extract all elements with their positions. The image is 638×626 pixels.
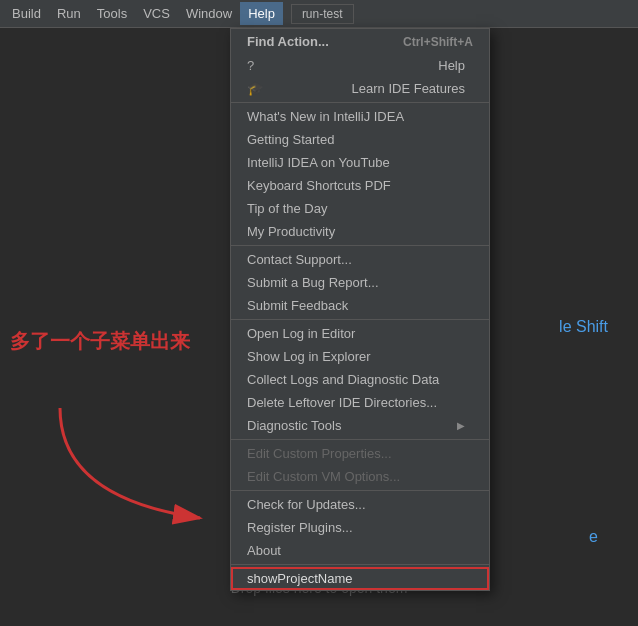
- menu-item-show-log[interactable]: Show Log in Explorer: [231, 345, 489, 368]
- menu-item-diagnostic-tools[interactable]: Diagnostic Tools ▶: [231, 414, 489, 437]
- menu-item-keyboard-pdf[interactable]: Keyboard Shortcuts PDF: [231, 174, 489, 197]
- menu-item-check-updates[interactable]: Check for Updates...: [231, 493, 489, 516]
- check-updates-label: Check for Updates...: [247, 497, 366, 512]
- edit-custom-vm-label: Edit Custom VM Options...: [247, 469, 400, 484]
- menu-item-delete-leftover[interactable]: Delete Leftover IDE Directories...: [231, 391, 489, 414]
- diagnostic-tools-label: Diagnostic Tools: [247, 418, 341, 433]
- menubar-tools[interactable]: Tools: [89, 2, 135, 25]
- menu-item-contact-support[interactable]: Contact Support...: [231, 248, 489, 271]
- learn-ide-label: Learn IDE Features: [352, 81, 465, 96]
- separator-3: [231, 319, 489, 320]
- menu-item-show-project-name[interactable]: showProjectName: [231, 567, 489, 590]
- menu-item-getting-started[interactable]: Getting Started: [231, 128, 489, 151]
- collect-logs-label: Collect Logs and Diagnostic Data: [247, 372, 439, 387]
- menu-item-about[interactable]: About: [231, 539, 489, 562]
- edit-custom-props-label: Edit Custom Properties...: [247, 446, 392, 461]
- separator-1: [231, 102, 489, 103]
- arrow-container: [30, 398, 230, 541]
- separator-6: [231, 564, 489, 565]
- menu-item-submit-feedback[interactable]: Submit Feedback: [231, 294, 489, 317]
- show-project-name-label: showProjectName: [247, 571, 353, 586]
- whats-new-label: What's New in IntelliJ IDEA: [247, 109, 404, 124]
- submit-bug-label: Submit a Bug Report...: [247, 275, 379, 290]
- show-project-name-wrapper: showProjectName: [231, 567, 489, 590]
- register-plugins-label: Register Plugins...: [247, 520, 353, 535]
- show-log-label: Show Log in Explorer: [247, 349, 371, 364]
- menubar-vcs[interactable]: VCS: [135, 2, 178, 25]
- find-action-shortcut: Ctrl+Shift+A: [403, 35, 473, 49]
- submit-feedback-label: Submit Feedback: [247, 298, 348, 313]
- menubar: Build Run Tools VCS Window Help run-test: [0, 0, 638, 28]
- find-action-label: Find Action...: [247, 34, 329, 49]
- main-area: 多了一个子菜单出来 le Shift e Drop files here to …: [0, 28, 638, 626]
- youtube-label: IntelliJ IDEA on YouTube: [247, 155, 390, 170]
- menu-item-register-plugins[interactable]: Register Plugins...: [231, 516, 489, 539]
- separator-2: [231, 245, 489, 246]
- menu-item-youtube[interactable]: IntelliJ IDEA on YouTube: [231, 151, 489, 174]
- separator-4: [231, 439, 489, 440]
- menu-item-learn-ide[interactable]: 🎓 Learn IDE Features: [231, 77, 489, 100]
- keyboard-pdf-label: Keyboard Shortcuts PDF: [247, 178, 391, 193]
- menu-item-find-action[interactable]: Find Action... Ctrl+Shift+A: [231, 29, 489, 54]
- menu-item-my-productivity[interactable]: My Productivity: [231, 220, 489, 243]
- menubar-build[interactable]: Build: [4, 2, 49, 25]
- menu-item-edit-custom-vm: Edit Custom VM Options...: [231, 465, 489, 488]
- menu-item-collect-logs[interactable]: Collect Logs and Diagnostic Data: [231, 368, 489, 391]
- blue-e-text: e: [589, 528, 598, 546]
- menu-item-whats-new[interactable]: What's New in IntelliJ IDEA: [231, 105, 489, 128]
- menubar-run[interactable]: Run: [49, 2, 89, 25]
- annotation-text: 多了一个子菜单出来: [10, 328, 190, 355]
- menu-item-tip-of-day[interactable]: Tip of the Day: [231, 197, 489, 220]
- menubar-window[interactable]: Window: [178, 2, 240, 25]
- menu-item-open-log[interactable]: Open Log in Editor: [231, 322, 489, 345]
- delete-leftover-label: Delete Leftover IDE Directories...: [247, 395, 437, 410]
- help-dropdown-menu: Find Action... Ctrl+Shift+A ? Help 🎓 Lea…: [230, 28, 490, 591]
- tip-of-day-label: Tip of the Day: [247, 201, 327, 216]
- menu-item-submit-bug[interactable]: Submit a Bug Report...: [231, 271, 489, 294]
- menubar-help[interactable]: Help: [240, 2, 283, 25]
- getting-started-label: Getting Started: [247, 132, 334, 147]
- learn-ide-icon: 🎓: [247, 81, 263, 96]
- about-label: About: [247, 543, 281, 558]
- help-icon: ?: [247, 58, 254, 73]
- my-productivity-label: My Productivity: [247, 224, 335, 239]
- menu-item-edit-custom-props: Edit Custom Properties...: [231, 442, 489, 465]
- submenu-arrow-icon: ▶: [457, 420, 465, 431]
- help-label: Help: [438, 58, 465, 73]
- separator-5: [231, 490, 489, 491]
- contact-support-label: Contact Support...: [247, 252, 352, 267]
- shift-text: le Shift: [559, 318, 608, 336]
- open-log-label: Open Log in Editor: [247, 326, 355, 341]
- run-test-tab[interactable]: run-test: [291, 4, 354, 24]
- menu-item-help[interactable]: ? Help: [231, 54, 489, 77]
